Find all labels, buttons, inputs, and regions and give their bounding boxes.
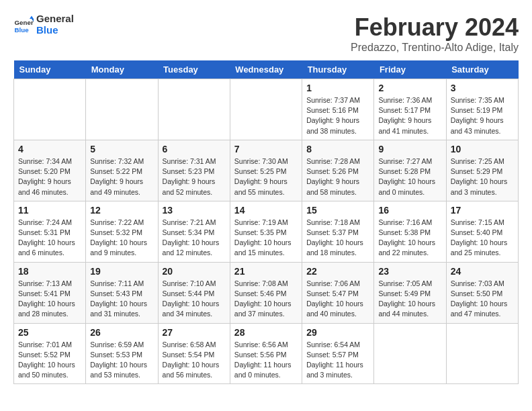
- calendar-header: SundayMondayTuesdayWednesdayThursdayFrid…: [14, 60, 519, 79]
- calendar-cell: [158, 79, 230, 140]
- calendar-week-5: 25Sunrise: 7:01 AM Sunset: 5:52 PM Dayli…: [14, 323, 519, 384]
- cell-info: Sunrise: 7:03 AM Sunset: 5:50 PM Dayligh…: [451, 279, 514, 320]
- day-header-friday: Friday: [374, 60, 446, 79]
- date-number: 19: [90, 266, 153, 277]
- calendar-cell: 1Sunrise: 7:37 AM Sunset: 5:16 PM Daylig…: [302, 79, 374, 140]
- calendar-cell: 20Sunrise: 7:10 AM Sunset: 5:44 PM Dayli…: [158, 262, 230, 323]
- logo-blue: Blue: [36, 25, 74, 36]
- calendar-table: SundayMondayTuesdayWednesdayThursdayFrid…: [13, 60, 519, 384]
- date-number: 11: [18, 205, 81, 216]
- calendar-cell: 25Sunrise: 7:01 AM Sunset: 5:52 PM Dayli…: [14, 323, 86, 384]
- calendar-cell: 5Sunrise: 7:32 AM Sunset: 5:22 PM Daylig…: [86, 140, 158, 201]
- cell-info: Sunrise: 7:19 AM Sunset: 5:35 PM Dayligh…: [234, 218, 298, 259]
- svg-text:General: General: [15, 19, 34, 26]
- calendar-cell: 19Sunrise: 7:11 AM Sunset: 5:43 PM Dayli…: [86, 262, 158, 323]
- cell-info: Sunrise: 7:37 AM Sunset: 5:16 PM Dayligh…: [306, 95, 369, 136]
- calendar-week-3: 11Sunrise: 7:24 AM Sunset: 5:31 PM Dayli…: [14, 201, 519, 262]
- cell-info: Sunrise: 7:11 AM Sunset: 5:43 PM Dayligh…: [90, 279, 153, 320]
- calendar-cell: 17Sunrise: 7:15 AM Sunset: 5:40 PM Dayli…: [446, 201, 518, 262]
- svg-text:Blue: Blue: [15, 26, 30, 33]
- calendar-cell: 28Sunrise: 6:56 AM Sunset: 5:56 PM Dayli…: [230, 323, 302, 384]
- calendar-cell: 23Sunrise: 7:05 AM Sunset: 5:49 PM Dayli…: [374, 262, 446, 323]
- month-year: February 2024: [351, 13, 519, 42]
- date-number: 17: [451, 205, 514, 216]
- date-number: 14: [234, 205, 298, 216]
- cell-info: Sunrise: 7:28 AM Sunset: 5:26 PM Dayligh…: [306, 156, 369, 197]
- calendar-cell: 27Sunrise: 6:58 AM Sunset: 5:54 PM Dayli…: [158, 323, 230, 384]
- cell-info: Sunrise: 7:10 AM Sunset: 5:44 PM Dayligh…: [163, 279, 226, 320]
- date-number: 4: [18, 144, 81, 154]
- cell-info: Sunrise: 6:56 AM Sunset: 5:56 PM Dayligh…: [234, 340, 298, 381]
- date-number: 8: [306, 144, 369, 154]
- date-number: 10: [451, 144, 514, 154]
- calendar-week-4: 18Sunrise: 7:13 AM Sunset: 5:41 PM Dayli…: [14, 262, 519, 323]
- date-number: 24: [451, 266, 514, 277]
- date-number: 2: [378, 83, 441, 93]
- title-section: February 2024 Predazzo, Trentino-Alto Ad…: [351, 13, 519, 54]
- date-number: 28: [234, 327, 298, 338]
- calendar-cell: 22Sunrise: 7:06 AM Sunset: 5:47 PM Dayli…: [302, 262, 374, 323]
- cell-info: Sunrise: 7:25 AM Sunset: 5:29 PM Dayligh…: [451, 156, 514, 197]
- day-header-wednesday: Wednesday: [230, 60, 302, 79]
- cell-info: Sunrise: 7:13 AM Sunset: 5:41 PM Dayligh…: [18, 279, 81, 320]
- date-number: 25: [18, 327, 81, 338]
- calendar-cell: 10Sunrise: 7:25 AM Sunset: 5:29 PM Dayli…: [446, 140, 518, 201]
- cell-info: Sunrise: 7:24 AM Sunset: 5:31 PM Dayligh…: [18, 218, 81, 259]
- day-header-thursday: Thursday: [302, 60, 374, 79]
- calendar-cell: 6Sunrise: 7:31 AM Sunset: 5:23 PM Daylig…: [158, 140, 230, 201]
- cell-info: Sunrise: 7:32 AM Sunset: 5:22 PM Dayligh…: [90, 156, 153, 197]
- cell-info: Sunrise: 7:36 AM Sunset: 5:17 PM Dayligh…: [378, 95, 441, 136]
- cell-info: Sunrise: 7:35 AM Sunset: 5:19 PM Dayligh…: [451, 95, 514, 136]
- date-number: 13: [163, 205, 226, 216]
- calendar-cell: [374, 323, 446, 384]
- date-number: 3: [451, 83, 514, 93]
- cell-info: Sunrise: 7:34 AM Sunset: 5:20 PM Dayligh…: [18, 156, 81, 197]
- calendar-cell: 24Sunrise: 7:03 AM Sunset: 5:50 PM Dayli…: [446, 262, 518, 323]
- calendar-week-1: 1Sunrise: 7:37 AM Sunset: 5:16 PM Daylig…: [14, 79, 519, 140]
- day-header-sunday: Sunday: [14, 60, 86, 79]
- date-number: 26: [90, 327, 153, 338]
- calendar-cell: 26Sunrise: 6:59 AM Sunset: 5:53 PM Dayli…: [86, 323, 158, 384]
- cell-info: Sunrise: 7:31 AM Sunset: 5:23 PM Dayligh…: [163, 156, 226, 197]
- cell-info: Sunrise: 7:05 AM Sunset: 5:49 PM Dayligh…: [378, 279, 441, 320]
- calendar-cell: 9Sunrise: 7:27 AM Sunset: 5:28 PM Daylig…: [374, 140, 446, 201]
- date-number: 15: [306, 205, 369, 216]
- cell-info: Sunrise: 7:08 AM Sunset: 5:46 PM Dayligh…: [234, 279, 298, 320]
- calendar-cell: 14Sunrise: 7:19 AM Sunset: 5:35 PM Dayli…: [230, 201, 302, 262]
- calendar-cell: 4Sunrise: 7:34 AM Sunset: 5:20 PM Daylig…: [14, 140, 86, 201]
- calendar-cell: [86, 79, 158, 140]
- logo: General Blue General Blue: [13, 13, 74, 36]
- cell-info: Sunrise: 6:59 AM Sunset: 5:53 PM Dayligh…: [90, 340, 153, 381]
- calendar-cell: 21Sunrise: 7:08 AM Sunset: 5:46 PM Dayli…: [230, 262, 302, 323]
- cell-info: Sunrise: 7:06 AM Sunset: 5:47 PM Dayligh…: [306, 279, 369, 320]
- calendar-cell: 12Sunrise: 7:22 AM Sunset: 5:32 PM Dayli…: [86, 201, 158, 262]
- svg-marker-2: [30, 15, 34, 19]
- date-number: 22: [306, 266, 369, 277]
- date-number: 21: [234, 266, 298, 277]
- day-header-monday: Monday: [86, 60, 158, 79]
- date-number: 1: [306, 83, 369, 93]
- calendar-cell: 16Sunrise: 7:16 AM Sunset: 5:38 PM Dayli…: [374, 201, 446, 262]
- date-number: 7: [234, 144, 298, 154]
- cell-info: Sunrise: 7:22 AM Sunset: 5:32 PM Dayligh…: [90, 218, 153, 259]
- calendar-cell: 15Sunrise: 7:18 AM Sunset: 5:37 PM Dayli…: [302, 201, 374, 262]
- calendar-cell: 3Sunrise: 7:35 AM Sunset: 5:19 PM Daylig…: [446, 79, 518, 140]
- date-number: 12: [90, 205, 153, 216]
- calendar-cell: 2Sunrise: 7:36 AM Sunset: 5:17 PM Daylig…: [374, 79, 446, 140]
- calendar-cell: 8Sunrise: 7:28 AM Sunset: 5:26 PM Daylig…: [302, 140, 374, 201]
- calendar-cell: 29Sunrise: 6:54 AM Sunset: 5:57 PM Dayli…: [302, 323, 374, 384]
- date-number: 29: [306, 327, 369, 338]
- cell-info: Sunrise: 7:27 AM Sunset: 5:28 PM Dayligh…: [378, 156, 441, 197]
- cell-info: Sunrise: 7:21 AM Sunset: 5:34 PM Dayligh…: [163, 218, 226, 259]
- calendar-cell: [14, 79, 86, 140]
- cell-info: Sunrise: 7:15 AM Sunset: 5:40 PM Dayligh…: [451, 218, 514, 259]
- date-number: 6: [163, 144, 226, 154]
- cell-info: Sunrise: 7:01 AM Sunset: 5:52 PM Dayligh…: [18, 340, 81, 381]
- location: Predazzo, Trentino-Alto Adige, Italy: [351, 42, 519, 54]
- date-number: 9: [378, 144, 441, 154]
- day-header-tuesday: Tuesday: [158, 60, 230, 79]
- cell-info: Sunrise: 7:16 AM Sunset: 5:38 PM Dayligh…: [378, 218, 441, 259]
- cell-info: Sunrise: 7:30 AM Sunset: 5:25 PM Dayligh…: [234, 156, 298, 197]
- date-number: 23: [378, 266, 441, 277]
- calendar-cell: 7Sunrise: 7:30 AM Sunset: 5:25 PM Daylig…: [230, 140, 302, 201]
